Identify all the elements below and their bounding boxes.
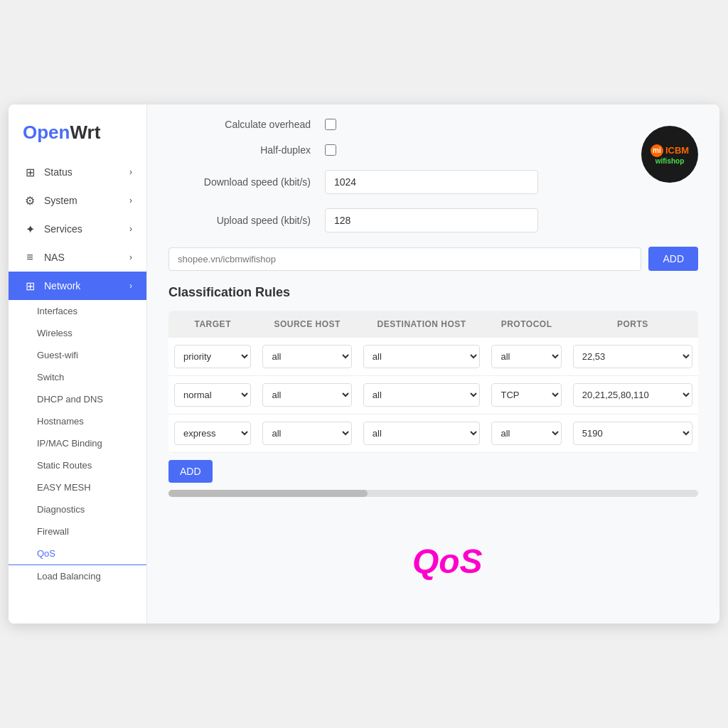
row1-source-select[interactable]: all (262, 345, 351, 368)
horizontal-scrollbar[interactable] (168, 490, 698, 497)
badge-wifi-text: wifishop (655, 157, 685, 165)
row2-dest-select[interactable]: all (363, 383, 481, 407)
sidebar-item-system-label: System (44, 195, 77, 206)
calculate-overhead-row: Calculate overhead (168, 119, 698, 130)
col-source-host: SOURCE HOST (257, 311, 357, 338)
classification-rules-section: Classification Rules TARGET SOURCE HOST … (168, 285, 698, 497)
add-url-button[interactable]: ADD (648, 247, 698, 271)
row2-ports-select[interactable]: 20,21,25,80,110 (573, 383, 692, 407)
row1-ports-cell: 22,53 (567, 338, 698, 376)
sidebar-item-static-routes[interactable]: Static Routes (9, 454, 146, 476)
row2-protocol-select[interactable]: TCP all UDP (491, 383, 561, 407)
upload-speed-row: Upload speed (kbit/s) (168, 208, 698, 232)
sidebar-item-status[interactable]: ⊞ Status › (9, 158, 146, 186)
sidebar-item-firewall[interactable]: Firewall (9, 520, 146, 542)
col-target: TARGET (168, 311, 257, 338)
col-protocol: PROTOCOL (486, 311, 567, 338)
row2-ports-cell: 20,21,25,80,110 (567, 376, 698, 414)
sidebar-item-guest-wifi[interactable]: Guest-wifi (9, 344, 146, 366)
row3-protocol-cell: all TCP UDP (486, 414, 567, 453)
upload-speed-input[interactable] (325, 208, 538, 232)
system-icon: ⚙ (23, 193, 37, 208)
download-speed-input[interactable] (325, 170, 538, 194)
logo: OpenWrt (9, 105, 146, 158)
main-content: mi ICBM wifishop Calculate overhead Half… (147, 105, 719, 623)
row3-dest-cell: all (358, 414, 486, 453)
col-dest-host: DESTINATION HOST (358, 311, 486, 338)
upload-speed-label: Upload speed (kbit/s) (168, 215, 325, 226)
sidebar-item-switch[interactable]: Switch (9, 366, 146, 388)
sidebar-item-dhcp-dns[interactable]: DHCP and DNS (9, 388, 146, 410)
sidebar-item-interfaces[interactable]: Interfaces (9, 300, 146, 322)
row2-dest-cell: all (358, 376, 486, 414)
row2-source-select[interactable]: all (262, 383, 351, 407)
row2-target-select[interactable]: normal priority express (174, 383, 251, 407)
table-row: express priority normal all (168, 414, 698, 453)
add-rule-button[interactable]: ADD (168, 460, 213, 483)
download-speed-label: Download speed (kbit/s) (168, 176, 325, 188)
row3-protocol-select[interactable]: all TCP UDP (491, 422, 561, 445)
sidebar-item-load-balancing[interactable]: Load Balancing (9, 565, 146, 587)
window: OpenWrt ⊞ Status › ⚙ System › ✦ Services… (9, 105, 719, 623)
sidebar-item-status-label: Status (44, 166, 73, 178)
screenshot-wrapper: OpenWrt ⊞ Status › ⚙ System › ✦ Services… (0, 0, 728, 728)
network-icon: ⊞ (23, 279, 37, 293)
half-duplex-row: Half-duplex (168, 144, 698, 156)
table-row: normal priority express all (168, 376, 698, 414)
sidebar-item-diagnostics[interactable]: Diagnostics (9, 498, 146, 520)
qos-watermark: QoS (412, 542, 483, 581)
sidebar-item-network[interactable]: ⊞ Network › (9, 272, 146, 300)
download-speed-row: Download speed (kbit/s) (168, 170, 698, 194)
sidebar-item-ipmac[interactable]: IP/MAC Binding (9, 432, 146, 454)
network-arrow: › (129, 281, 132, 291)
half-duplex-label: Half-duplex (168, 144, 325, 156)
row2-target-cell: normal priority express (168, 376, 257, 414)
sidebar-item-easy-mesh[interactable]: EASY MESH (9, 476, 146, 498)
row3-ports-cell: 5190 (567, 414, 698, 453)
table-header-row: TARGET SOURCE HOST DESTINATION HOST PROT… (168, 311, 698, 338)
row1-dest-select[interactable]: all (363, 345, 481, 368)
sidebar-item-wireless[interactable]: Wireless (9, 322, 146, 344)
row2-protocol-cell: TCP all UDP (486, 376, 567, 414)
url-input[interactable] (168, 247, 641, 271)
row3-dest-select[interactable]: all (363, 422, 481, 445)
half-duplex-checkbox[interactable] (325, 144, 336, 156)
calculate-overhead-label: Calculate overhead (168, 119, 325, 130)
row1-ports-select[interactable]: 22,53 (573, 345, 692, 368)
sidebar-item-services[interactable]: ✦ Services › (9, 215, 146, 243)
sidebar: OpenWrt ⊞ Status › ⚙ System › ✦ Services… (9, 105, 147, 623)
logo-badge: mi ICBM wifishop (641, 126, 698, 183)
row1-source-cell: all (257, 338, 357, 376)
sidebar-item-system[interactable]: ⚙ System › (9, 186, 146, 215)
row2-source-cell: all (257, 376, 357, 414)
row3-source-select[interactable]: all (262, 422, 351, 445)
mi-icon: mi (651, 144, 663, 157)
url-bar-row: ADD (168, 247, 698, 271)
badge-icbm-text: ICBM (665, 145, 689, 156)
col-ports: PORTS (567, 311, 698, 338)
row3-source-cell: all (257, 414, 357, 453)
nas-icon: ≡ (23, 250, 37, 264)
system-arrow: › (129, 196, 132, 205)
row1-target-cell: priority normal express (168, 338, 257, 376)
rules-table: TARGET SOURCE HOST DESTINATION HOST PROT… (168, 311, 698, 453)
sidebar-item-network-label: Network (44, 280, 80, 291)
row1-dest-cell: all (358, 338, 486, 376)
scrollbar-thumb (168, 490, 368, 497)
table-row: priority normal express all (168, 338, 698, 376)
row3-target-cell: express priority normal (168, 414, 257, 453)
row1-target-select[interactable]: priority normal express (174, 345, 251, 368)
row3-ports-select[interactable]: 5190 (573, 422, 692, 445)
sidebar-item-nas[interactable]: ≡ NAS › (9, 243, 146, 272)
sidebar-item-qos[interactable]: QoS (9, 542, 146, 565)
row1-protocol-select[interactable]: all TCP UDP (491, 345, 561, 368)
logo-open: Open (23, 122, 70, 143)
row3-target-select[interactable]: express priority normal (174, 422, 251, 445)
row1-protocol-cell: all TCP UDP (486, 338, 567, 376)
sidebar-item-services-label: Services (44, 223, 82, 235)
sidebar-item-hostnames[interactable]: Hostnames (9, 410, 146, 432)
services-icon: ✦ (23, 222, 37, 236)
calculate-overhead-checkbox[interactable] (325, 119, 336, 130)
logo-wrt: Wrt (70, 122, 100, 143)
classification-rules-title: Classification Rules (168, 285, 698, 300)
